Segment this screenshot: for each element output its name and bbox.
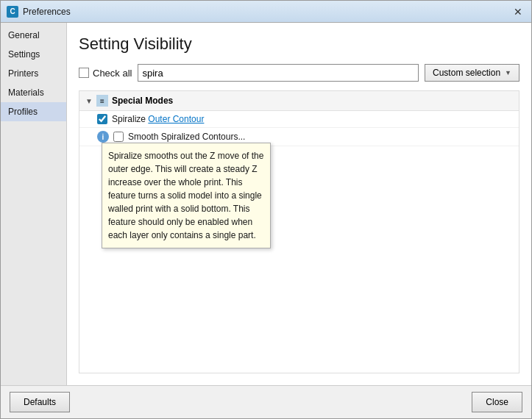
check-all-label[interactable]: Check all (93, 68, 132, 79)
smooth-spiralized-checkbox[interactable] (113, 132, 124, 142)
sidebar-item-materials[interactable]: Materials (1, 83, 66, 102)
smooth-spiralized-label: Smooth Spiralized Contours... (128, 132, 245, 142)
sidebar: General Settings Printers Materials Prof… (1, 23, 67, 385)
main-window: C Preferences ✕ General Settings Printer… (0, 0, 532, 419)
app-icon: C (7, 6, 18, 18)
sidebar-item-profiles[interactable]: Profiles (1, 102, 66, 121)
section-toggle-icon[interactable]: ▼ (85, 97, 93, 105)
check-all-container: Check all (79, 68, 132, 79)
title-bar: C Preferences ✕ (1, 1, 531, 23)
close-window-button[interactable]: ✕ (511, 4, 525, 19)
window-body: General Settings Printers Materials Prof… (1, 23, 531, 385)
list-item: i Smooth Spiralized Contours... Spiraliz… (79, 128, 519, 146)
list-item: Spiralize Outer Contour (79, 111, 519, 128)
main-content: Setting Visibility Check all Custom sele… (67, 23, 531, 385)
check-all-checkbox[interactable] (79, 68, 89, 78)
section-header-special-modes: ▼ ≡ Special Modes (79, 91, 519, 111)
defaults-button[interactable]: Defaults (10, 392, 70, 412)
sidebar-item-settings[interactable]: Settings (1, 45, 66, 64)
custom-selection-button[interactable]: Custom selection ▼ (425, 64, 519, 82)
section-icon: ≡ (96, 95, 108, 107)
settings-list: ▼ ≡ Special Modes Spiralize Outer Contou… (79, 90, 519, 373)
search-input[interactable] (138, 64, 419, 82)
toolbar: Check all Custom selection ▼ (79, 64, 519, 82)
sidebar-item-printers[interactable]: Printers (1, 64, 66, 83)
section-label: Special Modes (112, 96, 173, 106)
dropdown-arrow-icon: ▼ (505, 69, 511, 76)
info-icon[interactable]: i (97, 131, 109, 143)
window-title: Preferences (23, 7, 511, 17)
custom-selection-label: Custom selection (433, 68, 500, 78)
sidebar-item-general[interactable]: General (1, 26, 66, 45)
tooltip-box: Spiralize smooths out the Z move of the … (102, 143, 271, 248)
spiralize-outer-label: Spiralize Outer Contour (112, 114, 204, 124)
spiralize-checkbox[interactable] (97, 114, 107, 124)
tooltip-text: Spiralize smooths out the Z move of the … (108, 151, 263, 240)
page-title: Setting Visibility (79, 35, 519, 54)
footer: Defaults Close (1, 385, 531, 418)
close-button[interactable]: Close (472, 392, 522, 412)
